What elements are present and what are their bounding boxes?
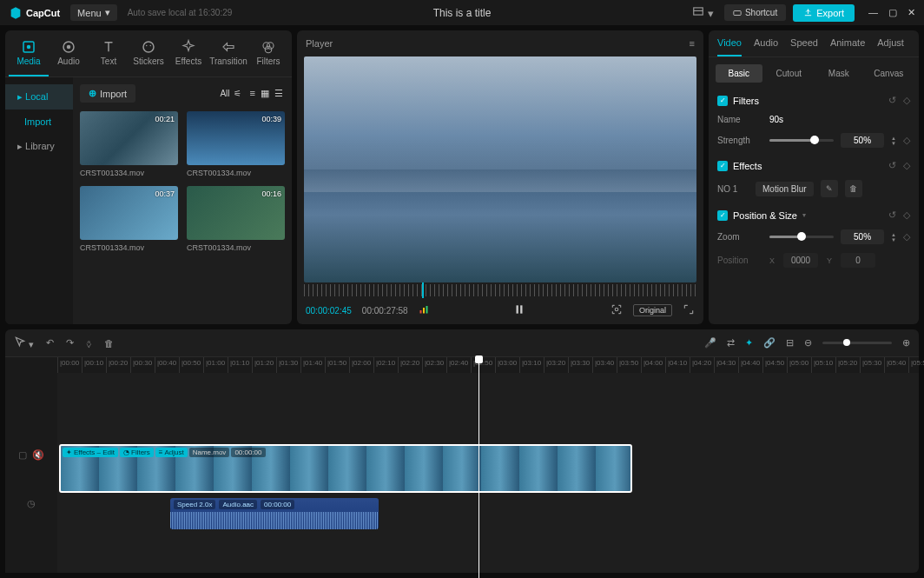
media-clip[interactable]: 00:16CRST001334.mov	[187, 186, 285, 252]
zoom-input[interactable]	[841, 229, 884, 244]
sidebar-item-local[interactable]: ▸ Local	[5, 84, 73, 110]
subtab-basic[interactable]: Basic	[716, 64, 762, 83]
filters-checkbox[interactable]: ✓	[717, 96, 728, 106]
media-clip[interactable]: 00:21CRST001334.mov	[80, 111, 178, 177]
levels-icon[interactable]	[419, 304, 429, 316]
tab-animate[interactable]: Animate	[830, 37, 865, 56]
inspector-panel: Video Audio Speed Animate Adjust Basic C…	[709, 30, 919, 324]
tab-audio-insp[interactable]: Audio	[754, 37, 778, 56]
media-clip[interactable]: 00:39CRST001334.mov	[187, 111, 285, 177]
svg-point-4	[27, 45, 31, 50]
down-icon[interactable]: ▼	[891, 141, 896, 146]
tab-audio[interactable]: Audio	[49, 36, 89, 76]
menu-button[interactable]: Menu ▾	[70, 4, 117, 21]
keyframe-icon[interactable]: ◇	[903, 209, 910, 221]
tab-effects[interactable]: Effects	[168, 36, 208, 76]
zoom-out-icon[interactable]: ⊖	[804, 337, 812, 349]
chevron-down-icon[interactable]: ▾	[802, 211, 806, 219]
pause-button[interactable]	[513, 303, 525, 317]
chain-icon[interactable]: 🔗	[763, 337, 776, 349]
keyframe-icon[interactable]: ◇	[903, 95, 910, 106]
lock-icon[interactable]: ▢	[18, 449, 27, 461]
audio-track: Speed 2.0x Audio.aac 00:00:00	[57, 498, 919, 529]
layout-icon[interactable]: ▾	[689, 2, 717, 23]
pos-y-input[interactable]	[841, 253, 875, 268]
tab-text[interactable]: Text	[89, 36, 129, 76]
zoom-slider[interactable]	[769, 236, 834, 238]
svg-point-9	[150, 45, 152, 47]
delete-button[interactable]: 🗑	[104, 338, 114, 349]
clip-badge-effects[interactable]: ✦ Effects – Edit	[63, 448, 118, 457]
video-clip[interactable]: ✦ Effects – Edit ◔ Filters ≡ Adjust Name…	[59, 444, 632, 493]
original-button[interactable]: Original	[633, 304, 672, 316]
fullscreen-icon[interactable]	[683, 303, 695, 317]
keyframe-icon[interactable]: ◇	[903, 160, 910, 171]
delete-icon[interactable]: 🗑	[845, 180, 862, 197]
effects-checkbox[interactable]: ✓	[717, 161, 728, 171]
all-filter[interactable]: All ⚟	[220, 89, 241, 98]
svg-point-6	[67, 45, 71, 50]
keyframe-icon[interactable]: ◇	[903, 231, 910, 242]
close-icon[interactable]: ✕	[908, 7, 915, 18]
pos-x-input[interactable]	[783, 253, 818, 268]
audio-clip[interactable]: Speed 2.0x Audio.aac 00:00:00	[170, 498, 379, 529]
player-menu-icon[interactable]: ≡	[690, 38, 695, 49]
sidebar-item-import[interactable]: Import	[5, 110, 73, 134]
link-icon[interactable]: ⇄	[727, 337, 735, 349]
position-checkbox[interactable]: ✓	[717, 210, 728, 221]
strength-slider[interactable]	[769, 139, 834, 142]
timeline-zoom-slider[interactable]	[822, 342, 892, 344]
sidebar-item-library[interactable]: ▸ Library	[5, 134, 73, 159]
maximize-icon[interactable]: ▢	[888, 7, 897, 18]
svg-rect-14	[423, 308, 425, 314]
tab-media[interactable]: Media	[9, 36, 49, 76]
edit-icon[interactable]: ✎	[821, 180, 838, 197]
section-filters: ✓ Filters ↺◇ Name 90s Strength ▲▼ ◇	[717, 95, 910, 148]
strength-input[interactable]	[841, 133, 884, 148]
tab-stickers[interactable]: Stickers	[129, 36, 168, 76]
scan-icon[interactable]	[610, 303, 623, 317]
split-button[interactable]: ⎀	[86, 338, 92, 349]
mute-icon[interactable]: 🔇	[32, 449, 44, 461]
tab-speed[interactable]: Speed	[790, 37, 818, 56]
snap-icon[interactable]: ✦	[745, 337, 753, 349]
clock-icon[interactable]: ◷	[27, 498, 36, 509]
player-ruler[interactable]	[304, 284, 696, 296]
tab-filters[interactable]: Filters	[248, 36, 288, 76]
clip-badge-filters[interactable]: ◔ Filters	[120, 448, 154, 457]
keyframe-icon[interactable]: ◇	[903, 135, 910, 146]
select-tool[interactable]: ▾	[14, 336, 34, 350]
export-button[interactable]: Export	[793, 4, 855, 22]
project-title[interactable]: This is a title	[433, 7, 492, 19]
undo-button[interactable]: ↶	[46, 337, 54, 349]
minimize-icon[interactable]: —	[868, 7, 878, 18]
subtab-canvas[interactable]: Canvas	[866, 64, 913, 83]
timeline-ruler[interactable]: |00:00|00:10|00:20|00:30|00:40|00:50|01:…	[5, 357, 919, 373]
down-icon[interactable]: ▼	[891, 237, 896, 242]
mic-icon[interactable]: 🎤	[704, 337, 716, 349]
clip-badge-adjust[interactable]: ≡ Adjust	[155, 448, 188, 457]
zoom-in-icon[interactable]: ⊕	[902, 337, 910, 349]
svg-point-8	[146, 45, 148, 47]
reset-icon[interactable]: ↺	[888, 209, 896, 221]
grid-view-icon[interactable]: ▦	[259, 86, 271, 101]
media-clip[interactable]: 00:37CRST001334.mov	[80, 186, 178, 252]
tab-video[interactable]: Video	[717, 37, 742, 56]
playhead[interactable]	[478, 357, 479, 578]
filters-title: Filters	[733, 96, 759, 106]
tab-adjust[interactable]: Adjust	[877, 37, 904, 56]
shortcut-button[interactable]: Shortcut	[724, 4, 786, 21]
list-view-icon[interactable]: ☰	[273, 86, 285, 101]
subtab-cutout[interactable]: Cutout	[766, 64, 813, 83]
media-grid: 00:21CRST001334.mov 00:39CRST001334.mov …	[80, 111, 285, 252]
import-button[interactable]: ⊕Import	[80, 84, 135, 103]
redo-button[interactable]: ↷	[66, 337, 74, 349]
sort-icon[interactable]: ≡	[248, 86, 257, 101]
filter-icon: ⚟	[234, 89, 241, 98]
align-icon[interactable]: ⊟	[786, 337, 794, 349]
subtab-mask[interactable]: Mask	[815, 64, 862, 83]
reset-icon[interactable]: ↺	[888, 160, 896, 171]
player-viewport[interactable]	[304, 56, 696, 282]
reset-icon[interactable]: ↺	[888, 95, 896, 106]
tab-transition[interactable]: Transition	[208, 36, 248, 76]
